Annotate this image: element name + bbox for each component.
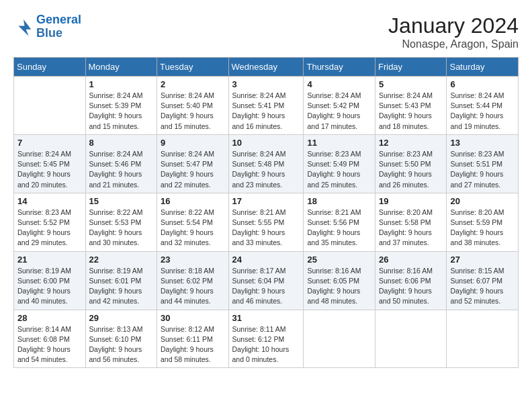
- day-detail: Sunrise: 8:20 AMSunset: 5:59 PMDaylight:…: [450, 208, 515, 248]
- day-detail: Sunrise: 8:13 AMSunset: 6:10 PMDaylight:…: [89, 324, 154, 365]
- calendar-cell-w4-d1: 29Sunrise: 8:13 AMSunset: 6:10 PMDayligh…: [85, 310, 157, 368]
- day-detail: Sunrise: 8:11 AMSunset: 6:12 PMDaylight:…: [232, 324, 300, 365]
- calendar-cell-w4-d2: 30Sunrise: 8:12 AMSunset: 6:11 PMDayligh…: [157, 310, 229, 368]
- day-detail: Sunrise: 8:19 AMSunset: 6:00 PMDaylight:…: [17, 266, 82, 307]
- calendar-cell-w2-d5: 19Sunrise: 8:20 AMSunset: 5:58 PMDayligh…: [375, 193, 447, 251]
- day-number: 12: [379, 138, 443, 148]
- day-detail: Sunrise: 8:24 AMSunset: 5:46 PMDaylight:…: [89, 149, 154, 190]
- calendar-cell-w4-d6: [447, 310, 519, 368]
- calendar-week-0: 1Sunrise: 8:24 AMSunset: 5:39 PMDaylight…: [14, 77, 519, 135]
- day-detail: Sunrise: 8:14 AMSunset: 6:08 PMDaylight:…: [17, 324, 82, 365]
- calendar-cell-w3-d2: 23Sunrise: 8:18 AMSunset: 6:02 PMDayligh…: [157, 251, 229, 310]
- day-number: 19: [379, 196, 443, 206]
- calendar-cell-w3-d0: 21Sunrise: 8:19 AMSunset: 6:00 PMDayligh…: [14, 251, 86, 310]
- day-number: 28: [17, 313, 82, 323]
- calendar-cell-w0-d5: 5Sunrise: 8:24 AMSunset: 5:43 PMDaylight…: [375, 77, 447, 135]
- day-detail: Sunrise: 8:24 AMSunset: 5:43 PMDaylight:…: [379, 91, 443, 132]
- day-detail: Sunrise: 8:22 AMSunset: 5:53 PMDaylight:…: [89, 208, 154, 248]
- logo-text: General Blue: [36, 13, 81, 40]
- day-number: 5: [379, 79, 443, 89]
- logo: General Blue: [13, 13, 81, 40]
- day-number: 11: [307, 138, 371, 148]
- day-number: 27: [450, 255, 515, 265]
- calendar-body: 1Sunrise: 8:24 AMSunset: 5:39 PMDaylight…: [14, 77, 519, 368]
- calendar-cell-w3-d5: 26Sunrise: 8:16 AMSunset: 6:06 PMDayligh…: [375, 251, 447, 310]
- day-detail: Sunrise: 8:23 AMSunset: 5:50 PMDaylight:…: [379, 149, 443, 190]
- logo-general: General: [36, 13, 81, 26]
- day-number: 17: [232, 196, 300, 206]
- day-detail: Sunrise: 8:24 AMSunset: 5:40 PMDaylight:…: [161, 91, 225, 132]
- calendar-cell-w1-d4: 11Sunrise: 8:23 AMSunset: 5:49 PMDayligh…: [304, 134, 375, 193]
- logo-icon: [13, 17, 34, 37]
- day-number: 10: [232, 138, 300, 148]
- calendar-cell-w2-d4: 18Sunrise: 8:21 AMSunset: 5:56 PMDayligh…: [304, 193, 375, 251]
- calendar-cell-w0-d2: 2Sunrise: 8:24 AMSunset: 5:40 PMDaylight…: [157, 77, 229, 135]
- day-detail: Sunrise: 8:24 AMSunset: 5:41 PMDaylight:…: [232, 91, 300, 132]
- day-number: 8: [89, 138, 154, 148]
- day-detail: Sunrise: 8:24 AMSunset: 5:39 PMDaylight:…: [89, 91, 154, 132]
- calendar-cell-w3-d1: 22Sunrise: 8:19 AMSunset: 6:01 PMDayligh…: [85, 251, 157, 310]
- day-number: 23: [161, 255, 225, 265]
- day-number: 22: [89, 255, 154, 265]
- day-detail: Sunrise: 8:20 AMSunset: 5:58 PMDaylight:…: [379, 208, 443, 248]
- day-number: 20: [450, 196, 515, 206]
- day-number: 4: [307, 79, 371, 89]
- day-detail: Sunrise: 8:18 AMSunset: 6:02 PMDaylight:…: [161, 266, 225, 307]
- day-number: 13: [450, 138, 515, 148]
- day-detail: Sunrise: 8:19 AMSunset: 6:01 PMDaylight:…: [89, 266, 154, 307]
- page-header: General Blue January 2024 Nonaspe, Arago…: [13, 13, 519, 50]
- calendar-cell-w3-d4: 25Sunrise: 8:16 AMSunset: 6:05 PMDayligh…: [304, 251, 375, 310]
- calendar-cell-w0-d1: 1Sunrise: 8:24 AMSunset: 5:39 PMDaylight…: [85, 77, 157, 135]
- logo-blue: Blue: [36, 26, 62, 40]
- calendar-week-2: 14Sunrise: 8:23 AMSunset: 5:52 PMDayligh…: [14, 193, 519, 251]
- col-tuesday: Tuesday: [157, 58, 229, 77]
- day-number: 14: [17, 196, 82, 206]
- calendar-cell-w1-d2: 9Sunrise: 8:24 AMSunset: 5:47 PMDaylight…: [157, 134, 229, 193]
- day-detail: Sunrise: 8:16 AMSunset: 6:06 PMDaylight:…: [379, 266, 443, 307]
- calendar-week-4: 28Sunrise: 8:14 AMSunset: 6:08 PMDayligh…: [14, 310, 519, 368]
- day-number: 26: [379, 255, 443, 265]
- day-detail: Sunrise: 8:23 AMSunset: 5:49 PMDaylight:…: [307, 149, 371, 190]
- calendar-cell-w2-d6: 20Sunrise: 8:20 AMSunset: 5:59 PMDayligh…: [447, 193, 519, 251]
- calendar-header: Sunday Monday Tuesday Wednesday Thursday…: [14, 58, 519, 77]
- calendar-cell-w0-d3: 3Sunrise: 8:24 AMSunset: 5:41 PMDaylight…: [228, 77, 304, 135]
- header-row: Sunday Monday Tuesday Wednesday Thursday…: [14, 58, 519, 77]
- calendar-cell-w1-d3: 10Sunrise: 8:24 AMSunset: 5:48 PMDayligh…: [228, 134, 304, 193]
- day-number: 6: [450, 79, 515, 89]
- calendar-cell-w1-d0: 7Sunrise: 8:24 AMSunset: 5:45 PMDaylight…: [14, 134, 86, 193]
- col-thursday: Thursday: [304, 58, 375, 77]
- day-number: 9: [161, 138, 225, 148]
- day-detail: Sunrise: 8:22 AMSunset: 5:54 PMDaylight:…: [161, 208, 225, 248]
- day-detail: Sunrise: 8:21 AMSunset: 5:55 PMDaylight:…: [232, 208, 300, 248]
- col-wednesday: Wednesday: [228, 58, 304, 77]
- day-number: 24: [232, 255, 300, 265]
- col-sunday: Sunday: [14, 58, 86, 77]
- calendar-subtitle: Nonaspe, Aragon, Spain: [388, 38, 519, 50]
- day-detail: Sunrise: 8:24 AMSunset: 5:42 PMDaylight:…: [307, 91, 371, 132]
- calendar-cell-w1-d6: 13Sunrise: 8:23 AMSunset: 5:51 PMDayligh…: [447, 134, 519, 193]
- calendar-cell-w0-d0: [14, 77, 86, 135]
- day-detail: Sunrise: 8:17 AMSunset: 6:04 PMDaylight:…: [232, 266, 300, 307]
- day-number: 1: [89, 79, 154, 89]
- day-number: 7: [17, 138, 82, 148]
- day-detail: Sunrise: 8:21 AMSunset: 5:56 PMDaylight:…: [307, 208, 371, 248]
- day-number: 18: [307, 196, 371, 206]
- calendar-cell-w3-d3: 24Sunrise: 8:17 AMSunset: 6:04 PMDayligh…: [228, 251, 304, 310]
- day-number: 30: [161, 313, 225, 323]
- calendar-cell-w4-d0: 28Sunrise: 8:14 AMSunset: 6:08 PMDayligh…: [14, 310, 86, 368]
- day-detail: Sunrise: 8:23 AMSunset: 5:52 PMDaylight:…: [17, 208, 82, 248]
- calendar-cell-w0-d6: 6Sunrise: 8:24 AMSunset: 5:44 PMDaylight…: [447, 77, 519, 135]
- calendar-cell-w3-d6: 27Sunrise: 8:15 AMSunset: 6:07 PMDayligh…: [447, 251, 519, 310]
- calendar-cell-w2-d2: 16Sunrise: 8:22 AMSunset: 5:54 PMDayligh…: [157, 193, 229, 251]
- col-friday: Friday: [375, 58, 447, 77]
- calendar-week-1: 7Sunrise: 8:24 AMSunset: 5:45 PMDaylight…: [14, 134, 519, 193]
- calendar-cell-w1-d1: 8Sunrise: 8:24 AMSunset: 5:46 PMDaylight…: [85, 134, 157, 193]
- svg-marker-0: [19, 19, 32, 36]
- title-block: January 2024 Nonaspe, Aragon, Spain: [388, 13, 519, 50]
- calendar-cell-w4-d4: [304, 310, 375, 368]
- day-number: 25: [307, 255, 371, 265]
- calendar-title: January 2024: [388, 13, 519, 38]
- day-number: 31: [232, 313, 300, 323]
- calendar-week-3: 21Sunrise: 8:19 AMSunset: 6:00 PMDayligh…: [14, 251, 519, 310]
- calendar-cell-w2-d1: 15Sunrise: 8:22 AMSunset: 5:53 PMDayligh…: [85, 193, 157, 251]
